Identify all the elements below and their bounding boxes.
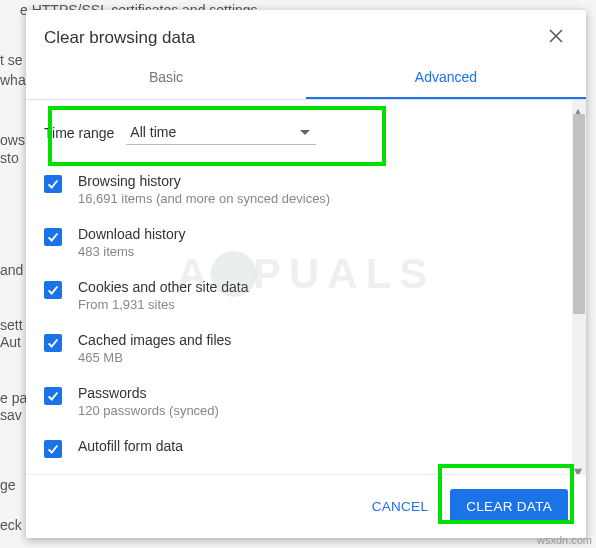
attribution-text: wsxdn.com xyxy=(537,534,592,546)
item-subtitle: From 1,931 sites xyxy=(78,297,248,312)
checkbox[interactable] xyxy=(44,440,62,458)
list-item: Cached images and files465 MB xyxy=(44,322,566,375)
time-range-select[interactable]: All time xyxy=(126,120,316,145)
time-range-value: All time xyxy=(130,124,176,140)
check-icon xyxy=(46,283,60,297)
background-text: sto xyxy=(0,148,19,169)
time-range-row: Time range All time xyxy=(26,100,578,163)
close-icon xyxy=(548,28,564,44)
item-text: Cookies and other site dataFrom 1,931 si… xyxy=(78,279,248,312)
item-title: Download history xyxy=(78,226,185,242)
item-text: Passwords120 passwords (synced) xyxy=(78,385,219,418)
list-item: Passwords120 passwords (synced) xyxy=(44,375,566,428)
list-item: Download history483 items xyxy=(44,216,566,269)
scroll-up-icon[interactable]: ▴ xyxy=(574,102,584,112)
tabs: Basic Advanced xyxy=(26,57,586,100)
item-title: Autofill form data xyxy=(78,438,183,454)
item-title: Cookies and other site data xyxy=(78,279,248,295)
item-title: Cached images and files xyxy=(78,332,231,348)
background-text: sav xyxy=(0,405,22,426)
list-item: Cookies and other site dataFrom 1,931 si… xyxy=(44,269,566,322)
background-text: eck xyxy=(0,515,22,536)
item-subtitle: 465 MB xyxy=(78,350,231,365)
chevron-down-icon xyxy=(300,130,310,135)
item-subtitle: 120 passwords (synced) xyxy=(78,403,219,418)
background-text: t se xyxy=(0,50,23,71)
item-title: Passwords xyxy=(78,385,219,401)
checkbox[interactable] xyxy=(44,387,62,405)
scrollbar-track[interactable]: ▴ ▾ xyxy=(572,100,586,474)
check-icon xyxy=(46,389,60,403)
close-button[interactable] xyxy=(544,24,568,51)
background-text: Aut xyxy=(0,332,21,353)
time-range-label: Time range xyxy=(44,125,114,141)
scrollbar-thumb[interactable] xyxy=(573,114,585,314)
clear-browsing-data-dialog: Clear browsing data Basic Advanced ▴ ▾ T… xyxy=(26,10,586,538)
tab-basic[interactable]: Basic xyxy=(26,57,306,99)
background-text: and xyxy=(0,260,23,281)
check-icon xyxy=(46,336,60,350)
background-text: wha xyxy=(0,70,26,91)
dialog-header: Clear browsing data xyxy=(26,10,586,57)
checkbox[interactable] xyxy=(44,175,62,193)
dialog-content: ▴ ▾ Time range All time Browsing history… xyxy=(26,100,586,474)
checkbox[interactable] xyxy=(44,228,62,246)
checkbox[interactable] xyxy=(44,281,62,299)
item-subtitle: 16,691 items (and more on synced devices… xyxy=(78,191,330,206)
item-text: Cached images and files465 MB xyxy=(78,332,231,365)
check-icon xyxy=(46,442,60,456)
check-icon xyxy=(46,230,60,244)
background-text: ge xyxy=(0,475,16,496)
dialog-title: Clear browsing data xyxy=(44,28,195,48)
checkbox[interactable] xyxy=(44,334,62,352)
item-text: Autofill form data xyxy=(78,438,183,454)
clear-data-button[interactable]: CLEAR DATA xyxy=(450,489,568,524)
item-text: Download history483 items xyxy=(78,226,185,259)
item-text: Browsing history16,691 items (and more o… xyxy=(78,173,330,206)
cancel-button[interactable]: CANCEL xyxy=(358,489,443,524)
list-item: Browsing history16,691 items (and more o… xyxy=(44,163,566,216)
check-icon xyxy=(46,177,60,191)
item-title: Browsing history xyxy=(78,173,330,189)
data-type-list: Browsing history16,691 items (and more o… xyxy=(26,163,578,468)
tab-advanced[interactable]: Advanced xyxy=(306,57,586,99)
list-item: Autofill form data xyxy=(44,428,566,468)
dialog-footer: CANCEL CLEAR DATA xyxy=(26,474,586,538)
item-subtitle: 483 items xyxy=(78,244,185,259)
scroll-down-icon[interactable]: ▾ xyxy=(574,462,584,472)
